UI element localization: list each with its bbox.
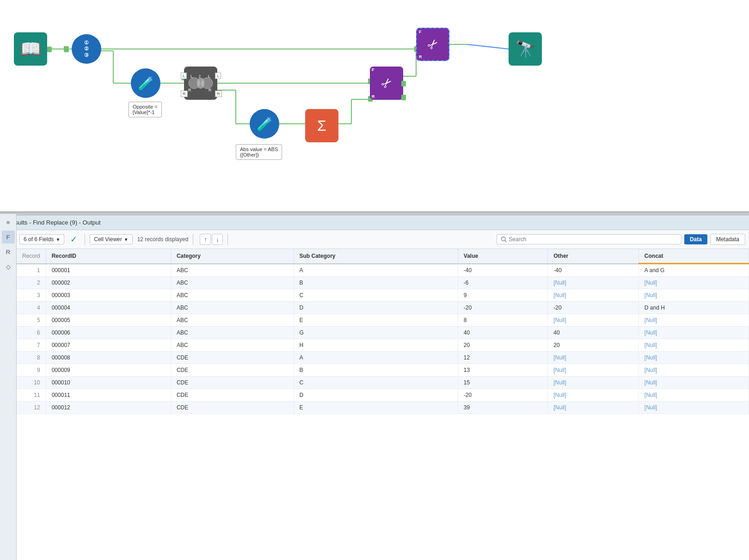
table-cell: -40 bbox=[548, 264, 639, 277]
table-cell: -20 bbox=[548, 302, 639, 314]
svg-point-39 bbox=[501, 237, 505, 241]
fr2-f-label: F bbox=[419, 30, 422, 34]
join-port-l: L bbox=[181, 73, 187, 79]
sidebar-diamond-icon[interactable]: ◇ bbox=[2, 260, 15, 273]
findreplace-node-1[interactable]: ✂ F R bbox=[370, 67, 403, 100]
table-cell: 000006 bbox=[46, 327, 171, 339]
table-cell: [Null] bbox=[638, 389, 749, 402]
table-cell: 000001 bbox=[46, 264, 171, 277]
table-row[interactable]: 10000010CDEC15[Null][Null] bbox=[17, 377, 749, 389]
table-cell: 000003 bbox=[46, 289, 171, 302]
cell-viewer-button[interactable]: Cell Viewer ▼ bbox=[90, 234, 132, 244]
table-cell: E bbox=[294, 402, 458, 414]
table-cell: 000005 bbox=[46, 314, 171, 327]
table-cell: 40 bbox=[458, 327, 547, 339]
svg-text:L: L bbox=[190, 74, 193, 79]
results-title-bar: Results - Find Replace (9) - Output bbox=[0, 215, 749, 230]
union-icon: ①②③ bbox=[84, 40, 89, 58]
sort-desc-button[interactable]: ↓ bbox=[212, 234, 223, 245]
svg-text:R: R bbox=[209, 88, 212, 92]
browse-node[interactable]: 🔭 bbox=[509, 32, 542, 66]
table-cell: [Null] bbox=[548, 352, 639, 364]
table-row[interactable]: 5000005ABCE8[Null][Null] bbox=[17, 314, 749, 327]
confirm-button[interactable]: ✓ bbox=[67, 233, 80, 246]
join-port-r: R bbox=[181, 91, 188, 97]
union-node[interactable]: ①②③ bbox=[72, 34, 101, 64]
metadata-tab-button[interactable]: Metadata bbox=[710, 234, 745, 245]
table-cell: [Null] bbox=[548, 289, 639, 302]
svg-text:J: J bbox=[198, 74, 201, 79]
formula-node-2[interactable]: 🧪 bbox=[250, 109, 279, 139]
table-cell: 39 bbox=[458, 402, 547, 414]
table-row[interactable]: 4000004ABCD-20-20D and H bbox=[17, 302, 749, 314]
table-cell: [Null] bbox=[638, 352, 749, 364]
svg-line-26 bbox=[467, 44, 509, 49]
table-cell: CDE bbox=[171, 389, 294, 402]
table-cell: [Null] bbox=[548, 402, 639, 414]
flask1-icon: 🧪 bbox=[138, 76, 154, 91]
table-cell: B bbox=[294, 277, 458, 289]
fields-selector[interactable]: 6 of 6 Fields ▼ bbox=[19, 234, 64, 244]
port-book-out bbox=[47, 47, 52, 52]
binoculars-icon: 🔭 bbox=[515, 39, 536, 59]
table-cell: CDE bbox=[171, 352, 294, 364]
table-row[interactable]: 12000012CDEE39[Null][Null] bbox=[17, 402, 749, 414]
join-node[interactable]: L L R R J bbox=[184, 67, 217, 100]
table-cell: CDE bbox=[171, 402, 294, 414]
table-cell: -40 bbox=[458, 264, 547, 277]
fields-dropdown-arrow: ▼ bbox=[55, 237, 60, 242]
col-header-category[interactable]: Category bbox=[171, 249, 294, 264]
col-header-other[interactable]: Other bbox=[548, 249, 639, 264]
table-cell: [Null] bbox=[638, 327, 749, 339]
table-cell: 2 bbox=[17, 277, 46, 289]
table-row[interactable]: 2000002ABCB-6[Null][Null] bbox=[17, 277, 749, 289]
col-header-concat[interactable]: Concat bbox=[638, 249, 749, 264]
table-cell: 11 bbox=[17, 389, 46, 402]
table-row[interactable]: 7000007ABCH2020[Null] bbox=[17, 339, 749, 352]
table-cell: 40 bbox=[548, 327, 639, 339]
table-cell: A bbox=[294, 264, 458, 277]
table-cell: H bbox=[294, 339, 458, 352]
search-input[interactable] bbox=[509, 236, 677, 243]
book-node[interactable]: 📖 bbox=[14, 32, 47, 66]
table-cell: 4 bbox=[17, 302, 46, 314]
table-cell: A bbox=[294, 352, 458, 364]
formula-node-1[interactable]: 🧪 bbox=[131, 68, 160, 98]
sort-asc-button[interactable]: ↑ bbox=[200, 234, 211, 245]
data-tab-button[interactable]: Data bbox=[684, 234, 707, 244]
table-cell: 20 bbox=[458, 339, 547, 352]
col-header-subcategory[interactable]: Sub Category bbox=[294, 249, 458, 264]
scissors2-icon: ✂ bbox=[424, 35, 442, 54]
sidebar-r-icon[interactable]: R bbox=[2, 249, 15, 258]
table-cell: ABC bbox=[171, 264, 294, 277]
join-icon: L L R R J bbox=[186, 68, 215, 98]
port-fr1-out bbox=[401, 81, 406, 86]
table-row[interactable]: 3000003ABCC9[Null][Null] bbox=[17, 289, 749, 302]
summarize-node[interactable]: Σ bbox=[305, 109, 338, 142]
findreplace-node-2[interactable]: ✂ F R bbox=[416, 28, 449, 61]
table-cell: CDE bbox=[171, 377, 294, 389]
table-row[interactable]: 8000008CDEA12[Null][Null] bbox=[17, 352, 749, 364]
table-cell: ABC bbox=[171, 339, 294, 352]
toolbar-divider-2 bbox=[193, 234, 193, 245]
table-cell: [Null] bbox=[638, 277, 749, 289]
search-icon bbox=[501, 236, 507, 243]
table-cell: 6 bbox=[17, 327, 46, 339]
table-row[interactable]: 11000011CDED-20[Null][Null] bbox=[17, 389, 749, 402]
table-cell: 000011 bbox=[46, 389, 171, 402]
table-cell: D and H bbox=[638, 302, 749, 314]
table-row[interactable]: 1000001ABCA-40-40A and G bbox=[17, 264, 749, 277]
table-cell: -20 bbox=[458, 389, 547, 402]
data-table-container: Record RecordID Category Sub Category Va… bbox=[17, 249, 749, 560]
col-header-value[interactable]: Value bbox=[458, 249, 547, 264]
table-cell: [Null] bbox=[638, 339, 749, 352]
join-port-out-r: R bbox=[215, 91, 222, 97]
table-row[interactable]: 6000006ABCG4040[Null] bbox=[17, 327, 749, 339]
table-cell: [Null] bbox=[548, 277, 639, 289]
col-header-recordid[interactable]: RecordID bbox=[46, 249, 171, 264]
search-box[interactable] bbox=[497, 234, 681, 244]
table-cell: C bbox=[294, 289, 458, 302]
table-cell: 8 bbox=[17, 352, 46, 364]
table-row[interactable]: 9000009CDEB13[Null][Null] bbox=[17, 364, 749, 377]
flask2-icon: 🧪 bbox=[257, 116, 273, 132]
